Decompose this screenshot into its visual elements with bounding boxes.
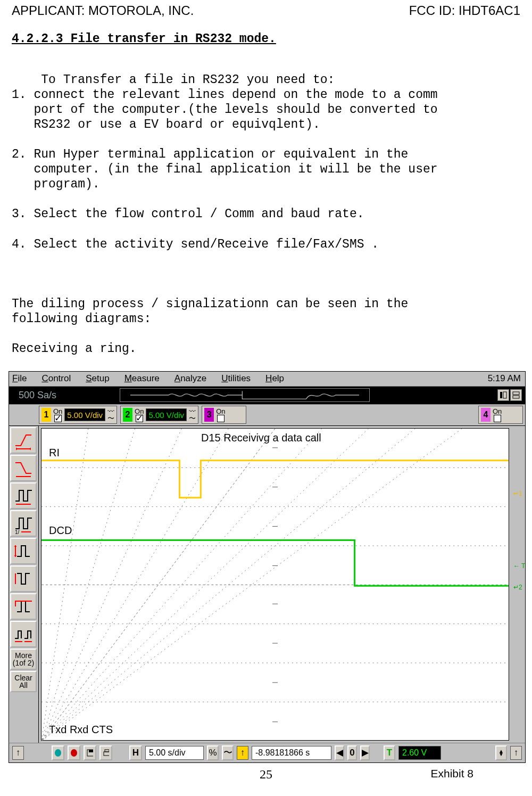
step-1: connect the relevant lines depend on the… (12, 88, 438, 132)
horizontal-label: H (129, 745, 142, 760)
svg-text:1/: 1/ (15, 529, 20, 534)
delay-right-button[interactable]: ▶ (360, 745, 370, 760)
channel-2-coupling-icon[interactable]: 〰〜 (189, 408, 196, 422)
trigger-source-button[interactable]: T (384, 745, 395, 760)
channel-2-badge: 2 (123, 408, 132, 422)
plot-title: D15 Receivivg a data call (201, 432, 321, 444)
channel-2-vdiv[interactable]: 5.00 V/div (146, 408, 187, 421)
oscilloscope-window: File Control Setup Measure Analyze Utili… (9, 371, 526, 763)
step-4: Select the activity send/Receive file/Fa… (34, 237, 379, 251)
trigger-level-field[interactable]: 2.60 V (398, 746, 441, 760)
channel-1-coupling-icon[interactable]: 〰〜 (107, 408, 114, 422)
svg-rect-37 (104, 752, 109, 756)
channel-3-badge: 3 (204, 408, 214, 422)
channel-2[interactable]: 2 On ✓ 5.00 V/div 〰〜 (120, 406, 198, 424)
sidebar-toggle-icon[interactable] (497, 389, 509, 401)
page-number: 25 (260, 767, 272, 782)
trigger-adjust-icon[interactable]: ▲▼ (495, 745, 507, 760)
delay-center-button[interactable]: 0 (347, 745, 357, 760)
svg-rect-36 (89, 750, 93, 752)
trace-label-dcd: DCD (49, 524, 72, 537)
svg-rect-2 (513, 392, 519, 395)
menu-help[interactable]: Help (265, 373, 284, 384)
channel-4-checkbox[interactable] (494, 415, 501, 422)
section-title: 4.2.2.3 File transfer in RS232 mode. (12, 32, 520, 46)
tool-amplitude-up-icon[interactable] (10, 538, 37, 564)
tool-period-icon[interactable]: 1/ (10, 510, 37, 537)
paragraph-2: The diling process / signalizationn can … (12, 297, 520, 326)
timebase-field[interactable]: 5.00 s/div (145, 746, 204, 760)
step-2: Run Hyper terminal application or equiva… (12, 147, 438, 191)
layout-toggle-icon[interactable] (510, 389, 522, 401)
figure-caption: Receiving a ring. (12, 341, 520, 356)
tool-pulse-width-icon[interactable] (10, 482, 37, 509)
channel-1[interactable]: 1 On ✓ 5.00 V/div 〰〜 (39, 406, 117, 424)
menu-file[interactable]: File (12, 373, 27, 384)
marker-trigger-icon: ← T (513, 562, 523, 570)
step-3: Select the flow control / Comm and baud … (34, 207, 364, 221)
tool-compare-icon[interactable] (10, 621, 37, 647)
timebase-scale-icon[interactable]: % (207, 745, 219, 760)
more-button[interactable]: More (1of 2) (10, 649, 37, 670)
exhibit-label: Exhibit 8 (430, 767, 473, 780)
run-button[interactable] (52, 745, 64, 760)
stop-button[interactable] (68, 745, 80, 760)
clear-all-button[interactable]: Clear All (10, 671, 37, 692)
scroll-up-right-icon[interactable]: ↑ (510, 746, 522, 760)
channel-bar: 1 On ✓ 5.00 V/div 〰〜 2 On ✓ 5.00 V/div 〰… (9, 405, 525, 426)
fcc-id-text: FCC ID: IHDT6AC1 (409, 3, 520, 18)
channel-3-on-label: On (216, 408, 225, 415)
channel-4-on-label: On (493, 408, 502, 415)
channel-4-badge: 4 (481, 408, 491, 422)
menu-control[interactable]: Control (41, 373, 71, 384)
channel-2-checkbox[interactable]: ✓ (136, 415, 143, 422)
menubar: File Control Setup Measure Analyze Utili… (9, 372, 525, 387)
timebase-coupling-icon[interactable]: 〜 (222, 745, 234, 760)
clock: 5:19 AM (488, 373, 521, 384)
tool-column: 1/ More (1of 2) Clear All (9, 426, 39, 743)
menu-analyze[interactable]: Analyze (174, 373, 206, 384)
sample-rate: 500 Sa/s (19, 390, 114, 401)
waveform-preview (120, 388, 370, 402)
menu-setup[interactable]: Setup (86, 373, 109, 384)
channel-1-checkbox[interactable]: ✓ (54, 415, 62, 422)
trace-label-bottom: Txd Rxd CTS (49, 724, 113, 736)
tool-amplitude-down-icon[interactable] (10, 565, 37, 592)
bottom-toolbar: ↑ H 5.00 s/div % 〜 ↑ -8.98181866 s ◀ 0 ▶… (9, 743, 525, 762)
tool-top-level-icon[interactable] (10, 593, 37, 620)
tool-edge-falling-icon[interactable] (10, 455, 37, 481)
marker-ch2-icon: ↵2 (513, 584, 523, 591)
sample-bar: 500 Sa/s (9, 387, 525, 405)
scroll-up-left-icon[interactable]: ↑ (12, 746, 24, 760)
svg-rect-1 (503, 392, 506, 398)
channel-3-checkbox[interactable] (217, 415, 225, 422)
tool-edge-rising-icon[interactable] (10, 427, 37, 454)
channel-1-badge: 1 (41, 408, 51, 422)
body-text: To Transfer a file in RS232 you need to:… (12, 58, 520, 282)
print-button[interactable] (99, 745, 112, 760)
applicant-text: APPLICANT: MOTOROLA, INC. (12, 3, 194, 18)
channel-4[interactable]: 4 On (478, 406, 523, 424)
menu-utilities[interactable]: Utilities (221, 373, 251, 384)
right-margin-markers: ↵1 ← T ↵2 (512, 426, 525, 743)
save-button[interactable] (84, 745, 96, 760)
intro-line: To Transfer a file in RS232 you need to: (41, 73, 335, 87)
delay-left-button[interactable]: ◀ (335, 745, 344, 760)
svg-rect-38 (105, 750, 109, 752)
delay-marker-icon[interactable]: ↑ (237, 746, 248, 760)
svg-rect-0 (500, 392, 502, 398)
delay-field[interactable]: -8.98181866 s (252, 746, 331, 760)
channel-3[interactable]: 3 On (202, 406, 246, 424)
menu-measure[interactable]: Measure (124, 373, 160, 384)
marker-ch1-icon: ↵1 (513, 490, 523, 497)
trace-label-ri: RI (49, 447, 60, 459)
channel-1-vdiv[interactable]: 5.00 V/div (64, 408, 105, 421)
svg-rect-3 (513, 396, 519, 398)
waveform-graticule[interactable]: D15 Receivivg a data call RI DCD Txd Rxd… (41, 428, 509, 741)
